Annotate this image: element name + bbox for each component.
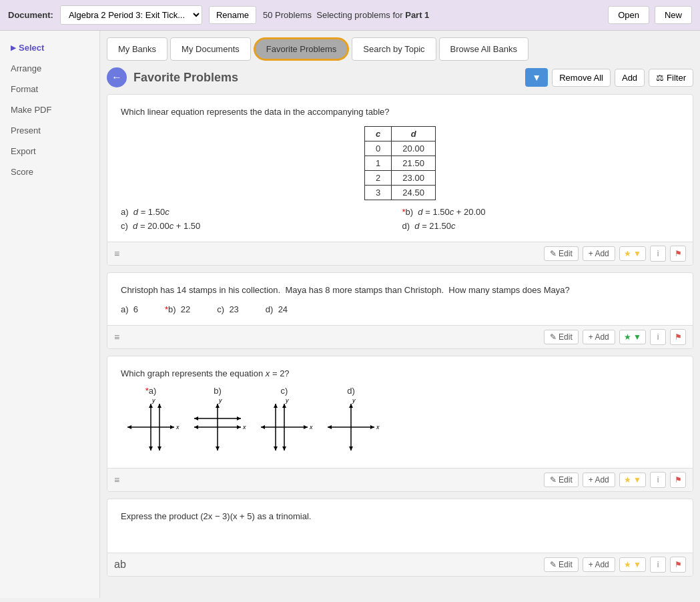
table-header-c: c xyxy=(365,126,392,141)
star-button-4[interactable]: ★ ▼ xyxy=(619,557,646,572)
open-button[interactable]: Open xyxy=(608,6,649,24)
choice-1d: d) d = 21.50c xyxy=(402,221,680,231)
problem-footer-right-2: ✎ Edit + Add ★ ▼ i ⚑ xyxy=(544,329,686,345)
tab-favorite-problems[interactable]: Favorite Problems xyxy=(254,37,349,61)
info-button-2[interactable]: i xyxy=(650,329,666,345)
svg-text:y: y xyxy=(352,397,356,404)
star-button-3[interactable]: ★ ▼ xyxy=(619,473,646,487)
info-button-4[interactable]: i xyxy=(650,557,666,573)
document-select[interactable]: Algebra 2 Period 3: Exit Tick... xyxy=(60,5,202,25)
info-button-1[interactable]: i xyxy=(650,246,666,262)
flag-button-1[interactable]: ⚑ xyxy=(670,246,686,262)
new-button[interactable]: New xyxy=(655,6,692,24)
svg-text:x: x xyxy=(309,424,313,430)
graph-svg-a: x y xyxy=(121,397,181,457)
svg-marker-38 xyxy=(349,446,353,450)
edit-button-2[interactable]: ✎ Edit xyxy=(544,330,579,344)
problem-text-4: Express the product (2x − 3)(x + 5) as a… xyxy=(121,510,679,524)
header-right-actions: Open New xyxy=(608,6,692,24)
choice-1a: a) d = 1.50c xyxy=(121,207,398,217)
add-button[interactable]: Add xyxy=(615,69,645,87)
add-problem-button-4[interactable]: + Add xyxy=(583,557,615,572)
sidebar-item-score[interactable]: Score xyxy=(0,162,99,182)
section-header: ← Favorite Problems ▼ Remove All Add ⚖ F… xyxy=(107,67,693,87)
edit-button-4[interactable]: ✎ Edit xyxy=(544,557,579,572)
svg-marker-8 xyxy=(157,446,161,450)
svg-text:y: y xyxy=(151,397,155,404)
sidebar-item-arrange[interactable]: Arrange xyxy=(0,58,99,79)
svg-text:x: x xyxy=(176,424,180,430)
problem-footer-3: ≡ ✎ Edit + Add ★ ▼ i ⚑ xyxy=(107,468,693,491)
sidebar-item-export[interactable]: Export xyxy=(0,141,99,162)
drag-handle-icon-2[interactable]: ≡ xyxy=(114,332,119,342)
svg-text:x: x xyxy=(376,424,380,430)
tab-browse-all-banks[interactable]: Browse All Banks xyxy=(439,37,529,61)
choice-1c: c) d = 20.00c + 1.50 xyxy=(121,221,398,231)
problem-body-4: Express the product (2x − 3)(x + 5) as a… xyxy=(107,499,693,553)
svg-marker-30 xyxy=(274,446,278,450)
problem-body-1: Which linear equation represents the dat… xyxy=(107,95,693,242)
table-row: 020.00 xyxy=(365,141,436,156)
drag-handle-icon[interactable]: ≡ xyxy=(114,248,119,259)
graphs-row: *a) xyxy=(121,386,679,457)
svg-marker-16 xyxy=(216,446,220,450)
svg-marker-5 xyxy=(149,446,153,450)
problem-card-3: Which graph represents the equation x = … xyxy=(107,356,693,493)
svg-marker-24 xyxy=(304,425,308,429)
add-problem-button-2[interactable]: + Add xyxy=(583,330,615,344)
choices-2: a) 6 *b) 22 c) 23 d) 24 xyxy=(121,304,679,314)
rename-button[interactable]: Rename xyxy=(209,6,256,24)
section-actions: ▼ Remove All Add ⚖ Filter xyxy=(525,68,693,87)
problem-footer-4: ab ✎ Edit + Add ★ ▼ i ⚑ xyxy=(107,553,693,576)
choice-2c: c) 23 xyxy=(217,304,239,314)
problem-text-3: Which graph represents the equation x = … xyxy=(121,367,679,381)
sidebar-item-present[interactable]: Present xyxy=(0,120,99,141)
problem-footer-right-3: ✎ Edit + Add ★ ▼ i ⚑ xyxy=(544,472,686,488)
remove-all-button[interactable]: Remove All xyxy=(552,69,611,87)
info-button-3[interactable]: i xyxy=(650,472,666,488)
svg-marker-18 xyxy=(194,416,198,420)
svg-marker-4 xyxy=(149,404,153,408)
edit-icon-4: ✎ xyxy=(550,560,557,569)
edit-button-3[interactable]: ✎ Edit xyxy=(544,473,579,487)
drag-handle-icon-3[interactable]: ≡ xyxy=(114,475,119,485)
graph-label-b: b) xyxy=(214,386,222,396)
doc-label: Document: xyxy=(8,10,53,20)
table-header-d: d xyxy=(392,126,436,141)
sidebar-item-format[interactable]: Format xyxy=(0,79,99,99)
sidebar: Select Arrange Format Make PDF Present E… xyxy=(0,31,100,598)
flag-button-4[interactable]: ⚑ xyxy=(670,557,686,573)
graph-svg-c: x y xyxy=(254,397,314,457)
edit-button-1[interactable]: ✎ Edit xyxy=(544,246,579,261)
add-problem-button-1[interactable]: + Add xyxy=(583,246,615,261)
svg-marker-13 xyxy=(237,425,241,429)
problem-footer-left-4: ab xyxy=(114,559,126,571)
problem-footer-1: ≡ ✎ Edit + Add ★ ▼ i ⚑ xyxy=(107,242,693,265)
add-problem-button-3[interactable]: + Add xyxy=(583,473,615,487)
sidebar-item-make-pdf[interactable]: Make PDF xyxy=(0,99,99,120)
flag-button-3[interactable]: ⚑ xyxy=(670,472,686,488)
tab-my-documents[interactable]: My Documents xyxy=(170,37,251,61)
sidebar-item-select[interactable]: Select xyxy=(0,37,99,58)
svg-marker-29 xyxy=(274,404,278,408)
tab-my-banks[interactable]: My Banks xyxy=(107,37,167,61)
sort-down-button[interactable]: ▼ xyxy=(525,68,548,87)
edit-icon-2: ✎ xyxy=(550,332,557,342)
tab-search-by-topic[interactable]: Search by Topic xyxy=(352,37,436,61)
back-button[interactable]: ← xyxy=(107,67,127,87)
svg-marker-35 xyxy=(370,425,374,429)
flag-button-2[interactable]: ⚑ xyxy=(670,329,686,345)
graph-label-c: c) xyxy=(281,386,288,396)
svg-marker-19 xyxy=(237,416,241,420)
filter-button[interactable]: ⚖ Filter xyxy=(649,69,693,87)
choice-2a: a) 6 xyxy=(121,304,138,314)
ab-icon: ab xyxy=(114,559,126,571)
graph-label-a: *a) xyxy=(145,386,157,396)
star-button-2[interactable]: ★ ▼ xyxy=(619,330,646,344)
problem-footer-left-1: ≡ xyxy=(114,248,119,259)
star-button-1[interactable]: ★ ▼ xyxy=(619,246,646,261)
choice-2d: d) 24 xyxy=(266,304,288,314)
problem-card-2: Christoph has 14 stamps in his collectio… xyxy=(107,272,693,349)
problem-footer-left-2: ≡ xyxy=(114,332,119,342)
svg-marker-7 xyxy=(157,404,161,408)
